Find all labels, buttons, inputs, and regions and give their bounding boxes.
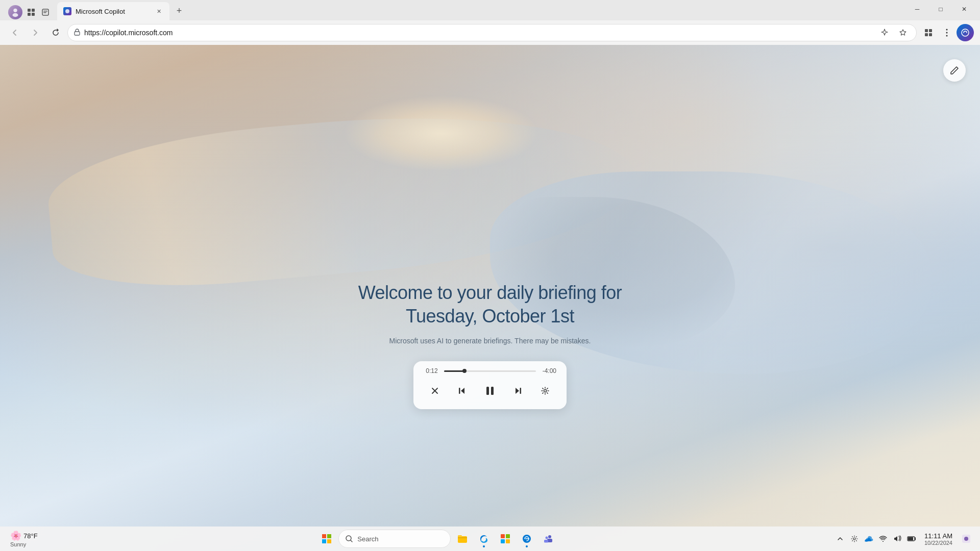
- edit-button[interactable]: [943, 59, 966, 82]
- tab-favicon: [63, 7, 71, 15]
- edge-button[interactable]: [474, 529, 494, 548]
- svg-point-46: [964, 537, 968, 541]
- window-controls: ─ □ ✕: [905, 0, 976, 18]
- bg-highlight: [343, 95, 539, 171]
- tray-settings-icon[interactable]: [848, 532, 861, 545]
- svg-rect-2: [28, 9, 31, 12]
- tray-overflow-button[interactable]: [834, 532, 847, 545]
- svg-rect-13: [925, 33, 928, 36]
- progress-dot: [462, 369, 467, 373]
- svg-point-18: [962, 29, 969, 36]
- refresh-button[interactable]: [47, 24, 64, 41]
- svg-rect-24: [520, 388, 522, 394]
- svg-rect-12: [929, 29, 932, 32]
- minimize-button[interactable]: ─: [905, 0, 929, 18]
- new-tab-button[interactable]: +: [172, 3, 187, 18]
- taskbar-center: Search: [42, 529, 834, 548]
- svg-rect-26: [322, 534, 326, 538]
- onedrive-icon[interactable]: [862, 532, 875, 545]
- toolbar-actions: [920, 24, 974, 41]
- active-tab[interactable]: Microsoft Copilot ✕: [57, 2, 169, 20]
- tab-close-button[interactable]: ✕: [154, 7, 163, 16]
- svg-point-1: [13, 13, 18, 17]
- enhance-icon[interactable]: [877, 26, 892, 40]
- battery-icon[interactable]: [905, 532, 918, 545]
- close-button[interactable]: ✕: [952, 0, 976, 18]
- maximize-button[interactable]: □: [929, 0, 952, 18]
- svg-rect-44: [908, 537, 913, 540]
- svg-rect-34: [506, 534, 510, 538]
- player-pause-button[interactable]: [480, 381, 500, 401]
- favorite-icon[interactable]: [896, 26, 910, 40]
- svg-rect-36: [506, 539, 510, 543]
- tab-grid-icon[interactable]: [26, 7, 37, 18]
- back-button[interactable]: [6, 24, 23, 41]
- clock-widget[interactable]: 11:11 AM 10/22/2024: [920, 532, 957, 546]
- extensions-button[interactable]: [920, 24, 937, 41]
- taskbar-search[interactable]: Search: [338, 530, 451, 548]
- svg-rect-33: [501, 534, 505, 538]
- url-text: https://copilot.microsoft.com: [84, 29, 873, 37]
- player-previous-button[interactable]: [453, 382, 471, 400]
- tab-switcher-icon[interactable]: [40, 7, 51, 18]
- progress-fill: [444, 370, 464, 372]
- notification-center-button[interactable]: [959, 531, 974, 546]
- svg-rect-32: [458, 535, 462, 537]
- clock-time: 11:11 AM: [924, 532, 952, 540]
- player-close-button[interactable]: [426, 382, 444, 400]
- total-time: -4:00: [540, 367, 556, 374]
- browser-chrome: Microsoft Copilot ✕ + ─ □ ✕ https://copi…: [0, 0, 980, 45]
- weather-widget[interactable]: 🌸 78°F Sunny: [6, 530, 42, 547]
- svg-rect-4: [28, 13, 31, 16]
- wifi-icon[interactable]: [876, 532, 890, 545]
- player-next-button[interactable]: [509, 382, 527, 400]
- copilot-browser-button[interactable]: [957, 24, 974, 41]
- tab-title: Microsoft Copilot: [76, 8, 150, 15]
- svg-rect-3: [32, 9, 35, 12]
- player-settings-button[interactable]: [536, 382, 554, 400]
- svg-point-16: [946, 32, 948, 34]
- svg-rect-35: [501, 539, 505, 543]
- system-tray: [834, 532, 918, 545]
- svg-rect-7: [43, 11, 47, 12]
- svg-rect-41: [544, 540, 548, 543]
- welcome-title: Welcome to your daily briefing forTuesda…: [311, 281, 669, 329]
- svg-rect-22: [491, 387, 494, 395]
- teams-button[interactable]: [538, 529, 558, 548]
- svg-point-25: [544, 390, 547, 392]
- taskbar: 🌸 78°F Sunny Search: [0, 527, 980, 551]
- center-content: Welcome to your daily briefing forTuesda…: [311, 281, 669, 410]
- svg-point-38: [548, 535, 551, 538]
- svg-point-0: [13, 9, 17, 12]
- progress-track[interactable]: [444, 370, 536, 372]
- start-button[interactable]: [317, 529, 336, 548]
- edge-active-button[interactable]: [517, 529, 536, 548]
- svg-rect-21: [486, 387, 489, 395]
- svg-point-40: [546, 537, 548, 539]
- ai-disclaimer: Microsoft uses AI to generate briefings.…: [311, 337, 669, 345]
- current-time: 0:12: [424, 367, 440, 374]
- svg-marker-19: [461, 388, 464, 394]
- more-button[interactable]: [938, 24, 955, 41]
- volume-icon[interactable]: [891, 532, 904, 545]
- svg-rect-27: [327, 534, 331, 538]
- weather-temp: 78°F: [23, 532, 38, 540]
- clock-date: 10/22/2024: [924, 540, 952, 546]
- svg-rect-20: [459, 388, 460, 394]
- browser-toolbar: https://copilot.microsoft.com: [0, 20, 980, 45]
- svg-rect-14: [929, 33, 932, 36]
- svg-rect-28: [322, 539, 326, 543]
- forward-button[interactable]: [27, 24, 44, 41]
- profile-avatar[interactable]: [8, 5, 22, 19]
- address-bar[interactable]: https://copilot.microsoft.com: [67, 24, 917, 41]
- svg-rect-29: [327, 539, 331, 543]
- svg-rect-11: [925, 29, 928, 32]
- svg-point-9: [65, 9, 69, 13]
- weather-row: 🌸 78°F: [10, 530, 38, 541]
- file-explorer-button[interactable]: [453, 529, 472, 548]
- player-progress-row: 0:12 -4:00: [424, 367, 556, 374]
- taskbar-right: 11:11 AM 10/22/2024: [834, 531, 974, 546]
- store-button[interactable]: [496, 529, 515, 548]
- svg-rect-5: [32, 13, 35, 16]
- tab-bar: Microsoft Copilot ✕ + ─ □ ✕: [0, 0, 980, 20]
